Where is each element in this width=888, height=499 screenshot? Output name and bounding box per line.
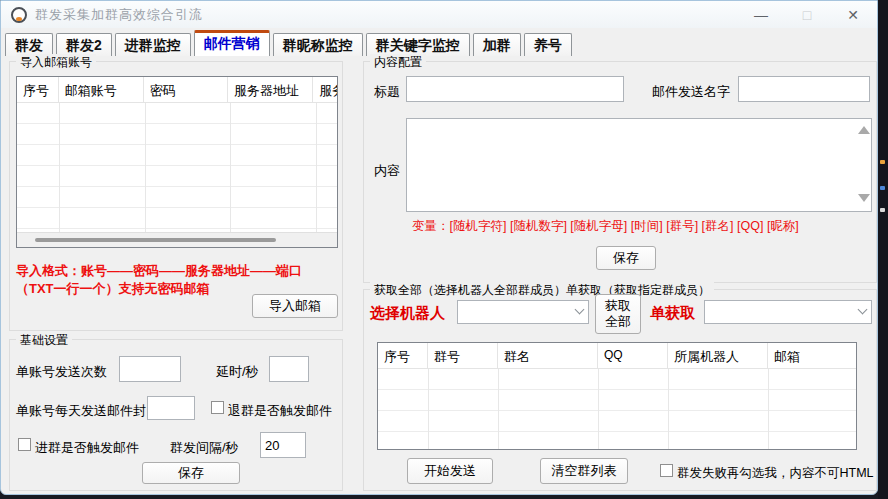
body-textarea[interactable] (406, 118, 872, 212)
chevron-down-icon (575, 305, 585, 315)
start-send-button[interactable]: 开始发送 (407, 458, 493, 484)
robot-select[interactable] (457, 300, 589, 324)
tab-bar: 群发 群发2 进群监控 邮件营销 群昵称监控 群关键字监控 加群 养号 (5, 31, 572, 56)
import-mailbox-groupbox: 导入邮箱账号 序号 邮箱账号 密码 服务器地址 服务 导入格式：账号——密码——… (9, 61, 343, 331)
interval-label: 群发间隔/秒 (170, 439, 239, 457)
single-fetch-select[interactable] (704, 300, 872, 324)
mailbox-table-header: 序号 邮箱账号 密码 服务器地址 服务 (17, 77, 337, 103)
import-mailbox-title: 导入邮箱账号 (16, 54, 96, 71)
chevron-down-icon (858, 305, 868, 315)
title-bar[interactable]: 群发采集加群高效综合引流 — □ ✕ (1, 1, 877, 28)
column-divider (668, 369, 669, 449)
tab-mass-send[interactable]: 群发 (5, 33, 53, 56)
scroll-up-icon[interactable] (858, 126, 870, 134)
tab-add-group[interactable]: 加群 (473, 33, 521, 56)
desktop-background (878, 0, 888, 499)
column-header: 序号 (17, 77, 59, 102)
column-header: 密码 (144, 77, 228, 102)
delay-input[interactable] (269, 356, 309, 382)
send-times-input[interactable] (119, 356, 181, 382)
column-divider (316, 103, 317, 232)
sender-name-input[interactable] (738, 76, 870, 102)
tab-keyword-monitor[interactable]: 群关键字监控 (366, 33, 470, 56)
column-divider (59, 103, 60, 232)
body-label: 内容 (374, 162, 400, 180)
column-divider (498, 369, 499, 449)
select-robot-label: 选择机器人 (370, 304, 445, 323)
join-trigger-label: 进群是否触发邮件 (35, 439, 139, 457)
desktop-icon-fragment (880, 208, 885, 212)
quit-trigger-checkbox[interactable] (211, 401, 224, 414)
import-format-hint: 导入格式：账号——密码——服务器地址——端口 （TXT一行一个）支持无密码邮箱 (16, 262, 338, 297)
app-window: 群发采集加群高效综合引流 — □ ✕ 群发 群发2 进群监控 邮件营销 群昵称监… (0, 0, 878, 495)
minimize-icon[interactable]: — (753, 8, 769, 22)
send-times-label: 单账号发送次数 (16, 363, 107, 381)
column-header: QQ (598, 343, 668, 368)
maximize-icon: □ (799, 8, 815, 22)
desktop-icon-fragment (880, 160, 885, 164)
window-title: 群发采集加群高效综合引流 (35, 6, 203, 24)
basic-settings-groupbox: 基础设置 单账号发送次数 延时/秒 单账号每天发送邮件封 退群是否触发邮件 进群… (9, 339, 343, 491)
close-icon[interactable]: ✕ (845, 8, 861, 22)
clear-list-button[interactable]: 清空群列表 (540, 458, 628, 484)
content-config-title: 内容配置 (370, 54, 426, 71)
sender-name-label: 邮件发送名字 (652, 83, 730, 101)
delay-label: 延时/秒 (216, 363, 259, 381)
mailbox-table-body (17, 103, 337, 232)
column-header: 邮箱 (768, 343, 856, 368)
column-divider (768, 369, 769, 449)
mailbox-table[interactable]: 序号 邮箱账号 密码 服务器地址 服务 (16, 76, 338, 248)
scrollbar-thumb[interactable] (35, 238, 276, 242)
quit-trigger-label: 退群是否触发邮件 (228, 402, 332, 420)
subject-input[interactable] (406, 76, 624, 102)
single-fetch-label: 单获取 (650, 304, 695, 323)
column-header: 群号 (428, 343, 498, 368)
content-config-groupbox: 内容配置 标题 邮件发送名字 内容 变量：[随机字符] [随机数字] [随机字母… (363, 61, 877, 283)
column-header: 邮箱账号 (59, 77, 144, 102)
column-divider (145, 103, 146, 232)
content-save-button[interactable]: 保存 (596, 246, 656, 270)
members-table[interactable]: 序号 群号 群名 QQ 所属机器人 邮箱 (377, 342, 857, 450)
column-divider (428, 369, 429, 449)
column-header: 服务 (313, 77, 337, 102)
scroll-down-icon[interactable] (858, 194, 870, 202)
desktop-icon-fragment (880, 186, 885, 190)
column-header: 群名 (498, 343, 598, 368)
fail-recheck-checkbox[interactable] (660, 464, 673, 477)
tab-mass-send-2[interactable]: 群发2 (56, 33, 112, 56)
subject-label: 标题 (374, 83, 400, 101)
horizontal-scrollbar[interactable] (17, 232, 337, 247)
column-header: 所属机器人 (668, 343, 768, 368)
daily-limit-label: 单账号每天发送邮件封 (16, 402, 146, 420)
import-mailbox-button[interactable]: 导入邮箱 (252, 294, 338, 318)
interval-input[interactable] (260, 432, 306, 458)
variables-hint: 变量：[随机字符] [随机数字] [随机字母] [时间] [群号] [群名] [… (412, 218, 872, 235)
app-icon (11, 7, 27, 23)
column-header: 序号 (378, 343, 428, 368)
settings-save-button[interactable]: 保存 (142, 462, 240, 484)
column-header: 服务器地址 (228, 77, 313, 102)
tab-join-monitor[interactable]: 进群监控 (115, 33, 191, 56)
fetch-members-title: 获取全部（选择机器人全部群成员）单获取（获取指定群成员） (370, 282, 714, 299)
members-table-header: 序号 群号 群名 QQ 所属机器人 邮箱 (378, 343, 856, 369)
tab-account-raise[interactable]: 养号 (524, 33, 572, 56)
column-divider (598, 369, 599, 449)
column-divider (230, 103, 231, 232)
fetch-all-button[interactable]: 获取全部 (595, 294, 641, 334)
tab-email-marketing[interactable]: 邮件营销 (194, 30, 270, 56)
basic-settings-title: 基础设置 (16, 332, 72, 349)
fail-recheck-label: 群发失败再勾选我，内容不可HTML (677, 465, 874, 482)
members-table-body (378, 369, 856, 449)
daily-limit-input[interactable] (147, 396, 195, 420)
tab-nickname-monitor[interactable]: 群昵称监控 (273, 33, 363, 56)
fetch-members-groupbox: 获取全部（选择机器人全部群成员）单获取（获取指定群成员） 选择机器人 获取全部 … (363, 289, 877, 491)
join-trigger-checkbox[interactable] (18, 438, 31, 451)
